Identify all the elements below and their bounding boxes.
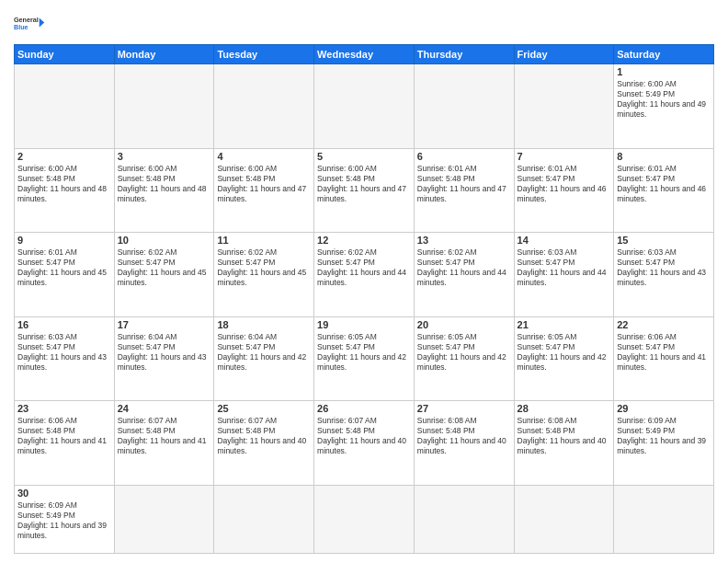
weekday-header: Thursday [414, 45, 514, 64]
day-number: 8 [617, 151, 711, 162]
logo: GeneralBlue [14, 9, 47, 37]
day-number: 28 [518, 403, 611, 414]
calendar-cell: 2Sunrise: 6:00 AMSunset: 5:48 PMDaylight… [15, 148, 115, 233]
calendar-cell [414, 485, 514, 553]
day-number: 25 [217, 403, 311, 414]
calendar-cell: 22Sunrise: 6:06 AMSunset: 5:47 PMDayligh… [614, 316, 714, 401]
svg-marker-2 [40, 17, 45, 27]
calendar-cell: 30Sunrise: 6:09 AMSunset: 5:49 PMDayligh… [15, 485, 115, 553]
day-info: Sunrise: 6:08 AMSunset: 5:48 PMDaylight:… [417, 416, 511, 456]
calendar-week-row: 23Sunrise: 6:06 AMSunset: 5:48 PMDayligh… [15, 401, 714, 486]
day-number: 1 [617, 66, 711, 77]
day-info: Sunrise: 6:01 AMSunset: 5:47 PMDaylight:… [518, 164, 611, 204]
calendar-cell: 12Sunrise: 6:02 AMSunset: 5:47 PMDayligh… [314, 233, 415, 317]
calendar-cell [114, 485, 214, 553]
day-info: Sunrise: 6:00 AMSunset: 5:48 PMDaylight:… [217, 164, 311, 204]
calendar-cell: 25Sunrise: 6:07 AMSunset: 5:48 PMDayligh… [214, 401, 314, 486]
day-number: 18 [217, 319, 311, 330]
day-info: Sunrise: 6:04 AMSunset: 5:47 PMDaylight:… [118, 332, 211, 373]
weekday-header: Monday [114, 45, 214, 64]
day-number: 22 [617, 319, 711, 330]
day-info: Sunrise: 6:07 AMSunset: 5:48 PMDaylight:… [118, 416, 211, 456]
day-number: 16 [17, 319, 111, 330]
calendar-cell: 7Sunrise: 6:01 AMSunset: 5:47 PMDaylight… [514, 148, 614, 233]
calendar-cell [214, 485, 314, 553]
calendar-week-row: 30Sunrise: 6:09 AMSunset: 5:49 PMDayligh… [15, 485, 714, 553]
calendar-cell: 28Sunrise: 6:08 AMSunset: 5:48 PMDayligh… [514, 401, 614, 486]
day-number: 20 [417, 319, 511, 330]
weekday-header: Wednesday [314, 45, 415, 64]
day-info: Sunrise: 6:09 AMSunset: 5:49 PMDaylight:… [617, 416, 711, 456]
day-number: 13 [417, 235, 511, 246]
day-info: Sunrise: 6:01 AMSunset: 5:48 PMDaylight:… [417, 164, 511, 204]
day-info: Sunrise: 6:09 AMSunset: 5:49 PMDaylight:… [17, 500, 111, 541]
day-info: Sunrise: 6:07 AMSunset: 5:48 PMDaylight:… [217, 416, 311, 456]
calendar-cell: 29Sunrise: 6:09 AMSunset: 5:49 PMDayligh… [614, 401, 714, 486]
day-info: Sunrise: 6:02 AMSunset: 5:47 PMDaylight:… [217, 247, 311, 288]
day-number: 12 [317, 235, 411, 246]
calendar-week-row: 1Sunrise: 6:00 AMSunset: 5:49 PMDaylight… [15, 64, 714, 149]
day-info: Sunrise: 6:02 AMSunset: 5:47 PMDaylight:… [118, 247, 211, 288]
calendar-table: SundayMondayTuesdayWednesdayThursdayFrid… [14, 44, 714, 554]
day-number: 10 [118, 235, 211, 246]
calendar-cell: 16Sunrise: 6:03 AMSunset: 5:47 PMDayligh… [15, 316, 115, 401]
weekday-header: Saturday [614, 45, 714, 64]
weekday-header: Friday [514, 45, 614, 64]
day-number: 26 [317, 403, 411, 414]
calendar-cell: 4Sunrise: 6:00 AMSunset: 5:48 PMDaylight… [214, 148, 314, 233]
day-info: Sunrise: 6:04 AMSunset: 5:47 PMDaylight:… [217, 332, 311, 373]
day-number: 9 [17, 235, 111, 246]
logo-icon: GeneralBlue [14, 9, 47, 37]
day-number: 3 [118, 151, 211, 162]
day-info: Sunrise: 6:00 AMSunset: 5:48 PMDaylight:… [17, 164, 111, 204]
weekday-header: Sunday [15, 45, 115, 64]
day-info: Sunrise: 6:05 AMSunset: 5:47 PMDaylight:… [317, 332, 411, 373]
day-info: Sunrise: 6:06 AMSunset: 5:48 PMDaylight:… [17, 416, 111, 456]
svg-text:Blue: Blue [14, 23, 28, 31]
calendar-cell: 23Sunrise: 6:06 AMSunset: 5:48 PMDayligh… [15, 401, 115, 486]
calendar-cell [514, 485, 614, 553]
day-info: Sunrise: 6:02 AMSunset: 5:47 PMDaylight:… [417, 247, 511, 288]
calendar-cell [15, 64, 115, 149]
day-number: 30 [17, 488, 111, 499]
day-info: Sunrise: 6:07 AMSunset: 5:48 PMDaylight:… [317, 416, 411, 456]
day-number: 11 [217, 235, 311, 246]
day-number: 29 [617, 403, 711, 414]
calendar-week-row: 9Sunrise: 6:01 AMSunset: 5:47 PMDaylight… [15, 233, 714, 317]
day-info: Sunrise: 6:00 AMSunset: 5:48 PMDaylight:… [317, 164, 411, 204]
calendar-cell: 8Sunrise: 6:01 AMSunset: 5:47 PMDaylight… [614, 148, 714, 233]
day-info: Sunrise: 6:00 AMSunset: 5:49 PMDaylight:… [617, 79, 711, 120]
calendar-cell [514, 64, 614, 149]
calendar-cell: 19Sunrise: 6:05 AMSunset: 5:47 PMDayligh… [314, 316, 415, 401]
day-number: 24 [118, 403, 211, 414]
day-info: Sunrise: 6:01 AMSunset: 5:47 PMDaylight:… [17, 247, 111, 288]
day-info: Sunrise: 6:03 AMSunset: 5:47 PMDaylight:… [17, 332, 111, 373]
day-number: 6 [417, 151, 511, 162]
page: GeneralBlue SundayMondayTuesdayWednesday… [0, 0, 728, 563]
calendar-cell: 6Sunrise: 6:01 AMSunset: 5:48 PMDaylight… [414, 148, 514, 233]
day-number: 21 [518, 319, 611, 330]
day-number: 14 [518, 235, 611, 246]
day-number: 2 [17, 151, 111, 162]
calendar-cell: 3Sunrise: 6:00 AMSunset: 5:48 PMDaylight… [114, 148, 214, 233]
weekday-header: Tuesday [214, 45, 314, 64]
calendar-cell: 15Sunrise: 6:03 AMSunset: 5:47 PMDayligh… [614, 233, 714, 317]
day-info: Sunrise: 6:01 AMSunset: 5:47 PMDaylight:… [617, 164, 711, 204]
calendar-cell [114, 64, 214, 149]
day-info: Sunrise: 6:03 AMSunset: 5:47 PMDaylight:… [518, 247, 611, 288]
calendar-cell: 14Sunrise: 6:03 AMSunset: 5:47 PMDayligh… [514, 233, 614, 317]
day-info: Sunrise: 6:05 AMSunset: 5:47 PMDaylight:… [417, 332, 511, 373]
day-info: Sunrise: 6:08 AMSunset: 5:48 PMDaylight:… [518, 416, 611, 456]
calendar-cell [314, 485, 415, 553]
calendar-week-row: 16Sunrise: 6:03 AMSunset: 5:47 PMDayligh… [15, 316, 714, 401]
day-info: Sunrise: 6:02 AMSunset: 5:47 PMDaylight:… [317, 247, 411, 288]
calendar-header-row: SundayMondayTuesdayWednesdayThursdayFrid… [15, 45, 714, 64]
calendar-cell: 1Sunrise: 6:00 AMSunset: 5:49 PMDaylight… [614, 64, 714, 149]
day-number: 17 [118, 319, 211, 330]
calendar-cell: 10Sunrise: 6:02 AMSunset: 5:47 PMDayligh… [114, 233, 214, 317]
calendar-cell [314, 64, 415, 149]
calendar-cell [614, 485, 714, 553]
calendar-cell: 26Sunrise: 6:07 AMSunset: 5:48 PMDayligh… [314, 401, 415, 486]
day-number: 4 [217, 151, 311, 162]
header: GeneralBlue [14, 9, 714, 37]
